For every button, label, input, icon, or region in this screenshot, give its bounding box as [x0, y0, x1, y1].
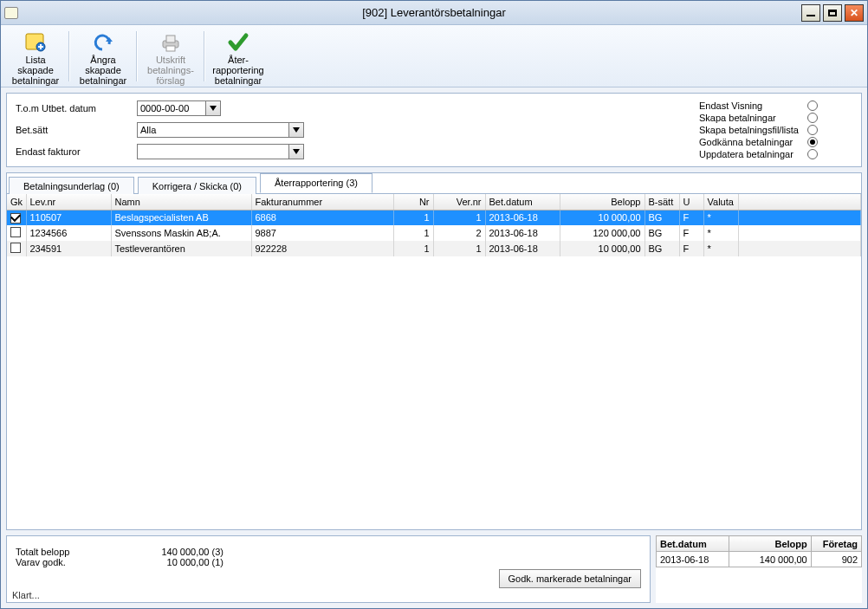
close-button[interactable]: ✕ [845, 4, 864, 22]
option-skapa-fil-radio[interactable] [807, 125, 818, 135]
row-checkbox[interactable] [10, 243, 21, 253]
list-payments-button[interactable]: Lista skapade betalningar [4, 28, 67, 85]
endast-fakturor-label: Endast fakturor [16, 146, 137, 157]
window: [902] Leverantörsbetalningar ✕ Lista ska… [0, 0, 868, 609]
check-icon [226, 32, 250, 53]
option-skapa-betalningar-radio[interactable] [807, 113, 818, 123]
tab-betalningsunderlag[interactable]: Betalningsunderlag (0) [9, 177, 134, 194]
status-text: Klart... [12, 590, 40, 600]
option-skapa-betalningar-label: Skapa betalningar [699, 113, 799, 123]
table-header-row: Gk Lev.nr Namn Fakturanummer Nr Ver.nr B… [7, 194, 861, 210]
tab-aterrapportering[interactable]: Återrapportering (3) [260, 173, 372, 193]
total-value: 140 000,00 (3) [154, 547, 258, 557]
godk-label: Varav godk. [16, 557, 154, 567]
col-betdatum[interactable]: Bet.datum [485, 194, 560, 210]
col-namn[interactable]: Namn [111, 194, 251, 210]
col-levnr[interactable]: Lev.nr [26, 194, 111, 210]
chevron-down-icon [210, 106, 217, 111]
tabs-panel: Betalningsunderlag (0) Korrigera / Skick… [6, 172, 862, 530]
summary-panel: Totalt belopp 140 000,00 (3) Varav godk.… [6, 535, 651, 603]
tom-date-dropdown-button[interactable] [205, 100, 221, 116]
side-summary-table: Bet.datum Belopp Företag 2013-06-18 140 … [656, 535, 862, 567]
list-icon [23, 32, 48, 53]
side-table-row[interactable]: 2013-06-18 140 000,00 902 [657, 552, 862, 567]
betsatt-label: Bet.sätt [16, 125, 137, 135]
undo-icon [91, 32, 115, 53]
side-summary-panel: Bet.datum Belopp Företag 2013-06-18 140 … [656, 535, 862, 603]
row-checkbox[interactable] [10, 227, 21, 237]
betsatt-input[interactable] [137, 122, 289, 138]
tab-strip: Betalningsunderlag (0) Korrigera / Skick… [7, 173, 861, 194]
payments-table: Gk Lev.nr Namn Fakturanummer Nr Ver.nr B… [7, 194, 861, 256]
option-endast-visning-label: Endast Visning [699, 100, 799, 111]
printer-icon [159, 32, 183, 53]
svg-rect-5 [166, 36, 175, 42]
options-group: Endast Visning Skapa betalningar Skapa b… [699, 100, 852, 159]
svg-rect-6 [166, 46, 175, 51]
endast-fakturor-dropdown-button[interactable] [288, 144, 304, 159]
content-area: T.o.m Utbet. datum Bet.sätt Endast faktu… [1, 87, 867, 608]
col-filler [738, 194, 861, 210]
col-nr[interactable]: Nr [393, 194, 433, 210]
undo-payments-button[interactable]: Ångra skapade betalningar [72, 28, 134, 85]
minimize-button[interactable] [801, 4, 820, 22]
endast-fakturor-input[interactable] [137, 144, 289, 159]
col-valuta[interactable]: Valuta [703, 194, 738, 210]
chevron-down-icon [293, 149, 300, 154]
godk-value: 10 000,00 (1) [154, 557, 258, 567]
approve-marked-button[interactable]: Godk. markerade betalningar [499, 569, 641, 588]
tom-date-label: T.o.m Utbet. datum [16, 103, 137, 113]
svg-rect-3 [38, 46, 43, 48]
filter-panel: T.o.m Utbet. datum Bet.sätt Endast faktu… [6, 93, 862, 167]
row-checkbox[interactable] [10, 213, 21, 224]
table-row[interactable]: 1234566 Svenssons Maskin AB;A. 9887 1 2 … [7, 225, 861, 241]
side-col-betdatum[interactable]: Bet.datum [657, 536, 729, 552]
maximize-button[interactable] [823, 4, 842, 22]
total-label: Totalt belopp [16, 547, 154, 557]
toolbar-separator [204, 31, 205, 81]
option-endast-visning-radio[interactable] [807, 100, 818, 111]
betsatt-dropdown-button[interactable] [288, 122, 304, 138]
option-uppdatera-radio[interactable] [807, 149, 818, 159]
option-godkanna-radio[interactable] [807, 137, 818, 147]
table-row[interactable]: 234591 Testleverantören 922228 1 1 2013-… [7, 241, 861, 256]
toolbar: Lista skapade betalningar Ångra skapade … [1, 25, 867, 87]
side-col-belopp[interactable]: Belopp [729, 536, 811, 552]
side-col-foretag[interactable]: Företag [811, 536, 861, 552]
toolbar-separator [68, 31, 70, 81]
report-back-button[interactable]: Åter- rapportering betalningar [207, 28, 269, 85]
tom-date-input[interactable] [137, 100, 206, 116]
bottom-panel: Totalt belopp 140 000,00 (3) Varav godk.… [6, 535, 862, 603]
chevron-down-icon [293, 127, 300, 133]
window-title: [902] Leverantörsbetalningar [1, 6, 867, 19]
option-uppdatera-label: Uppdatera betalningar [699, 149, 799, 159]
toolbar-separator [136, 31, 138, 81]
col-gk[interactable]: Gk [7, 194, 26, 210]
col-fakturanummer[interactable]: Fakturanummer [251, 194, 393, 210]
col-bsatt[interactable]: B-sätt [645, 194, 679, 210]
titlebar: [902] Leverantörsbetalningar ✕ [1, 1, 867, 25]
print-proposal-button: Utskrift betalnings- förslag [139, 28, 202, 85]
option-godkanna-label: Godkänna betalningar [699, 137, 799, 147]
filter-left: T.o.m Utbet. datum Bet.sätt Endast faktu… [16, 100, 310, 159]
tab-korrigera[interactable]: Korrigera / Skicka (0) [138, 177, 256, 194]
col-u[interactable]: U [679, 194, 703, 210]
col-belopp[interactable]: Belopp [560, 194, 645, 210]
option-skapa-fil-label: Skapa betalningsfil/lista [699, 125, 799, 135]
payments-table-wrap: Gk Lev.nr Namn Fakturanummer Nr Ver.nr B… [7, 194, 861, 529]
window-controls: ✕ [799, 4, 864, 22]
col-vernr[interactable]: Ver.nr [433, 194, 485, 210]
table-row[interactable]: 110507 Beslagspecialisten AB 6868 1 1 20… [7, 210, 861, 225]
